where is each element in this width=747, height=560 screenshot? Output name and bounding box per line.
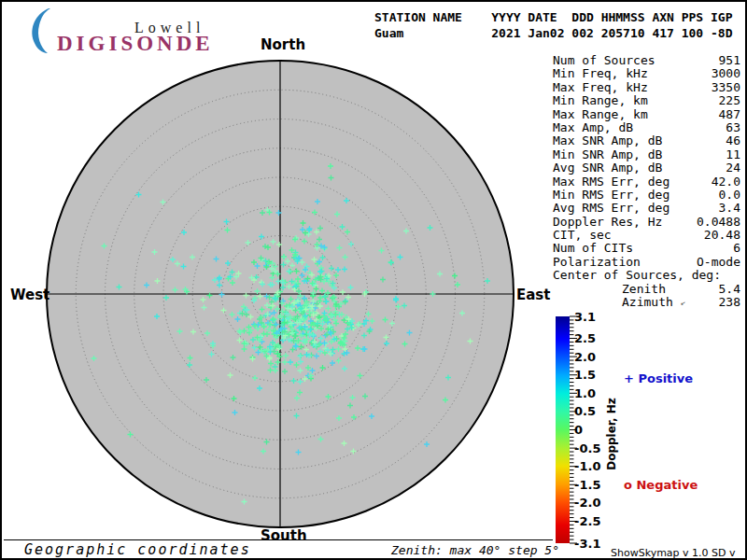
stat-label: Doppler Res, Hz xyxy=(553,216,662,229)
stat-value: 0.0 xyxy=(719,189,740,202)
colorbar-tick-label: -2.0 xyxy=(574,497,613,509)
stat-value: 24 xyxy=(726,161,740,175)
stat-label: Num of CITs xyxy=(553,242,633,255)
stats-row: Doppler Res, Hz0.0488 xyxy=(553,216,740,229)
stat-value: 42.0 xyxy=(712,175,740,189)
colorbar-tick-label: 2.5 xyxy=(574,332,613,344)
stat-label: Polarization xyxy=(553,256,641,269)
stats-row: Num of Sources951 xyxy=(553,54,740,67)
colorbar-tick-label: -0.5 xyxy=(574,442,613,455)
header-values-row: Guam 2021 Jan02 002 205710 417 100 -8D xyxy=(374,25,733,41)
stat-label: Min Freq, kHz xyxy=(553,67,648,80)
stat-label: Min SNR Amp, dB xyxy=(553,148,662,161)
footer-separator xyxy=(4,539,553,540)
colorbar-tick-label: -1.0 xyxy=(574,460,613,472)
legend-negative-label: Negative xyxy=(636,478,698,492)
colorbar-tick-label: 2.0 xyxy=(574,351,613,363)
stat-label: Min RMS Err, deg xyxy=(553,189,669,202)
azimuth-arrow-icon: → xyxy=(677,297,688,311)
stat-label: Avg RMS Err, deg xyxy=(553,202,669,215)
colorbar-tick-label: 1.0 xyxy=(574,387,613,399)
stat-label: Max SNR Amp, dB xyxy=(553,134,662,147)
stat-label: Min Range, km xyxy=(553,94,648,107)
stat-label: Max RMS Err, deg xyxy=(553,175,669,189)
stat-value: 225 xyxy=(719,94,740,107)
stat-value: 20.48 xyxy=(704,229,740,242)
stat-value: 3.4 xyxy=(719,202,740,215)
colorbar-gradient xyxy=(556,316,570,543)
stats-row: Min Range, km225 xyxy=(553,94,740,107)
legend-negative: o Negative xyxy=(624,478,698,492)
legend-positive-label: Positive xyxy=(638,371,693,385)
footer-version-label: ShowSkymap v 1.0 SD v 5.1 xyxy=(611,547,745,560)
legend-positive: + Positive xyxy=(624,371,693,385)
compass-east-label: East xyxy=(516,287,550,303)
stats-row: Max Freq, kHz3350 xyxy=(553,81,740,94)
colorbar-tick-label: -3.1 xyxy=(574,538,613,550)
logo-digisonde: DIGISONDE xyxy=(57,32,214,56)
stats-row: Min RMS Err, deg0.0 xyxy=(553,189,740,202)
stat-label: Max Range, km xyxy=(553,108,648,121)
stat-label: Center of Sources, deg: xyxy=(553,269,721,282)
compass-west-label: West xyxy=(10,287,49,303)
stat-value: 63 xyxy=(726,121,740,134)
colorbar-tick-label: 1.5 xyxy=(574,369,613,381)
stats-row: Min SNR Amp, dB11 xyxy=(553,148,740,161)
colorbar-tick-label: 0.5 xyxy=(574,405,613,417)
stats-row: Num of CITs6 xyxy=(553,242,740,255)
stat-value: 487 xyxy=(719,108,740,121)
colorbar-tick-label: 3.1 xyxy=(574,311,613,323)
plus-symbol-icon: + xyxy=(624,371,634,385)
stat-value: 0.0488 xyxy=(697,216,740,229)
stat-value: 3350 xyxy=(712,81,740,94)
stats-row: CIT, sec20.48 xyxy=(553,229,740,242)
stats-panel: Num of Sources951Min Freq, kHz3000Max Fr… xyxy=(553,54,740,309)
stats-row: Avg RMS Err, deg3.4 xyxy=(553,202,740,215)
skymap-window: Lowell DIGISONDE STATION NAME YYYY DATE … xyxy=(0,0,747,560)
stats-row: Azimuth →238 xyxy=(553,296,740,309)
stat-value: 951 xyxy=(719,54,740,67)
stats-row: Max RMS Err, deg42.0 xyxy=(553,175,740,189)
stats-row: Max Range, km487 xyxy=(553,108,740,121)
stat-label: Max Freq, kHz xyxy=(553,81,648,94)
colorbar-tick-label: -2.5 xyxy=(574,515,613,527)
colorbar-tick-label: -1.5 xyxy=(574,479,613,491)
footer-coordinates-label: Geographic coordinates xyxy=(24,541,251,558)
stat-value: 11 xyxy=(726,148,740,161)
stat-label: Azimuth → xyxy=(553,296,685,309)
stats-row: Min Freq, kHz3000 xyxy=(553,67,740,80)
header-labels-row: STATION NAME YYYY DATE DDD HHMMSS AXN PP… xyxy=(374,9,733,25)
stats-row: Center of Sources, deg: xyxy=(553,269,740,282)
stat-label: Zenith xyxy=(553,283,666,296)
compass-north-label: North xyxy=(261,36,300,53)
stats-row: Max Amp, dB63 xyxy=(553,121,740,134)
stats-row: Avg SNR Amp, dB24 xyxy=(553,161,740,175)
stat-value: 3000 xyxy=(712,67,740,80)
stats-row: Zenith5.4 xyxy=(553,283,740,296)
stats-row: PolarizationO-mode xyxy=(553,256,740,269)
stat-label: CIT, sec xyxy=(553,229,612,242)
compass-south-label: South xyxy=(261,527,300,544)
stat-value: 238 xyxy=(719,296,740,309)
stats-row: Max SNR Amp, dB46 xyxy=(553,134,740,147)
colorbar-tick-label: 0 xyxy=(574,424,613,436)
stat-label: Num of Sources xyxy=(553,54,655,67)
footer-zenith-info: Zenith: max 40° step 5° xyxy=(391,543,559,557)
stat-value: 5.4 xyxy=(719,283,740,296)
circle-symbol-icon: o xyxy=(624,478,632,492)
stat-value: 6 xyxy=(733,242,740,255)
stat-label: Max Amp, dB xyxy=(553,121,633,134)
stat-value: 46 xyxy=(726,134,740,147)
stat-value: O-mode xyxy=(697,256,740,269)
stat-label: Avg SNR Amp, dB xyxy=(553,161,662,175)
